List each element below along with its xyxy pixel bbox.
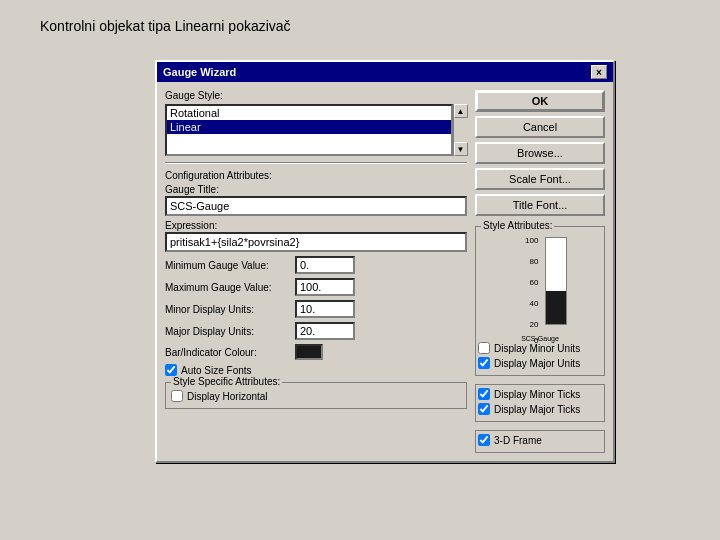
display-horizontal-row: Display Horizontal: [171, 390, 461, 402]
display-horizontal-checkbox[interactable]: [171, 390, 183, 402]
display-major-units-checkbox[interactable]: [478, 357, 490, 369]
dialog-titlebar: Gauge Wizard ×: [157, 62, 613, 82]
min-value-input[interactable]: [295, 256, 355, 274]
browse-button[interactable]: Browse...: [475, 142, 605, 164]
scale-60: 60: [525, 279, 538, 287]
gauge-bar-container: [545, 237, 567, 325]
minor-units-row: Minor Display Units:: [165, 300, 467, 318]
three-d-frame-checkbox[interactable]: [478, 434, 490, 446]
scale-80: 80: [525, 258, 538, 266]
auto-size-label: Auto Size Fonts: [181, 365, 252, 376]
display-major-ticks-row: Display Major Ticks: [478, 403, 602, 415]
max-value-input[interactable]: [295, 278, 355, 296]
listbox-item-linear[interactable]: Linear: [167, 120, 451, 134]
config-attrs-label: Configuration Attributes:: [165, 170, 467, 181]
dialog-body: Gauge Style: Rotational Linear ▲ ▼ Confi…: [157, 82, 613, 461]
display-minor-ticks-label: Display Minor Ticks: [494, 389, 580, 400]
three-d-frame-label: 3-D Frame: [494, 435, 542, 446]
separator-1: [165, 162, 467, 164]
gauge-style-listbox[interactable]: Rotational Linear: [165, 104, 453, 156]
gauge-title-label: Gauge Title:: [165, 184, 467, 195]
display-major-units-row: Display Major Units: [478, 357, 602, 369]
max-label: Maximum Gauge Value:: [165, 282, 295, 293]
expression-input[interactable]: [165, 232, 467, 252]
major-units-label: Major Display Units:: [165, 326, 295, 337]
major-units-input[interactable]: [295, 322, 355, 340]
gauge-title-input[interactable]: [165, 196, 467, 216]
gauge-style-listbox-wrapper: Rotational Linear ▲ ▼: [165, 104, 467, 156]
scale-40: 40: [525, 300, 538, 308]
bar-colour-label: Bar/Indicator Colour:: [165, 347, 295, 358]
bar-colour-swatch[interactable]: [295, 344, 323, 360]
listbox-scrollbar[interactable]: ▲ ▼: [453, 104, 467, 156]
scroll-down-button[interactable]: ▼: [454, 142, 468, 156]
close-button[interactable]: ×: [591, 65, 607, 79]
ok-button[interactable]: OK: [475, 90, 605, 112]
style-specific-label: Style Specific Attributes:: [171, 376, 282, 387]
scale-100: 100: [525, 237, 538, 245]
display-minor-ticks-row: Display Minor Ticks: [478, 388, 602, 400]
scroll-up-button[interactable]: ▲: [454, 104, 468, 118]
frame-group: 3-D Frame: [475, 430, 605, 453]
gauge-wizard-dialog: Gauge Wizard × Gauge Style: Rotational L…: [155, 60, 615, 463]
display-major-ticks-label: Display Major Ticks: [494, 404, 580, 415]
expression-label: Expression:: [165, 220, 467, 231]
gauge-fill: [546, 291, 566, 324]
gauge-preview-label: SCS-Gauge: [503, 335, 577, 342]
scale-font-button[interactable]: Scale Font...: [475, 168, 605, 190]
ticks-group: Display Minor Ticks Display Major Ticks: [475, 384, 605, 422]
cancel-button[interactable]: Cancel: [475, 116, 605, 138]
gauge-style-label: Gauge Style:: [165, 90, 467, 101]
auto-size-checkbox[interactable]: [165, 364, 177, 376]
minor-units-input[interactable]: [295, 300, 355, 318]
display-major-units-label: Display Major Units: [494, 358, 580, 369]
style-specific-group: Style Specific Attributes: Display Horiz…: [165, 382, 467, 409]
max-value-row: Maximum Gauge Value:: [165, 278, 467, 296]
listbox-item-rotational[interactable]: Rotational: [167, 106, 451, 120]
display-horizontal-label: Display Horizontal: [187, 391, 268, 402]
display-minor-units-row: Display Minor Units: [478, 342, 602, 354]
bar-colour-row: Bar/Indicator Colour:: [165, 344, 467, 360]
style-attrs-label: Style Attributes:: [481, 220, 554, 231]
three-d-frame-row: 3-D Frame: [478, 434, 602, 446]
major-units-row: Major Display Units:: [165, 322, 467, 340]
title-font-button[interactable]: Title Font...: [475, 194, 605, 216]
min-value-row: Minimum Gauge Value:: [165, 256, 467, 274]
style-attrs-group: Style Attributes: 100 80 60 40 20: [475, 226, 605, 376]
display-minor-ticks-checkbox[interactable]: [478, 388, 490, 400]
page-title: Kontrolni objekat tipa Linearni pokaziva…: [0, 0, 720, 46]
right-panel: OK Cancel Browse... Scale Font... Title …: [475, 90, 605, 453]
min-label: Minimum Gauge Value:: [165, 260, 295, 271]
minor-units-label: Minor Display Units:: [165, 304, 295, 315]
left-panel: Gauge Style: Rotational Linear ▲ ▼ Confi…: [165, 90, 467, 453]
auto-size-row: Auto Size Fonts: [165, 364, 467, 376]
display-major-ticks-checkbox[interactable]: [478, 403, 490, 415]
scale-20: 20: [525, 321, 538, 329]
dialog-title: Gauge Wizard: [163, 66, 236, 78]
display-minor-units-checkbox[interactable]: [478, 342, 490, 354]
